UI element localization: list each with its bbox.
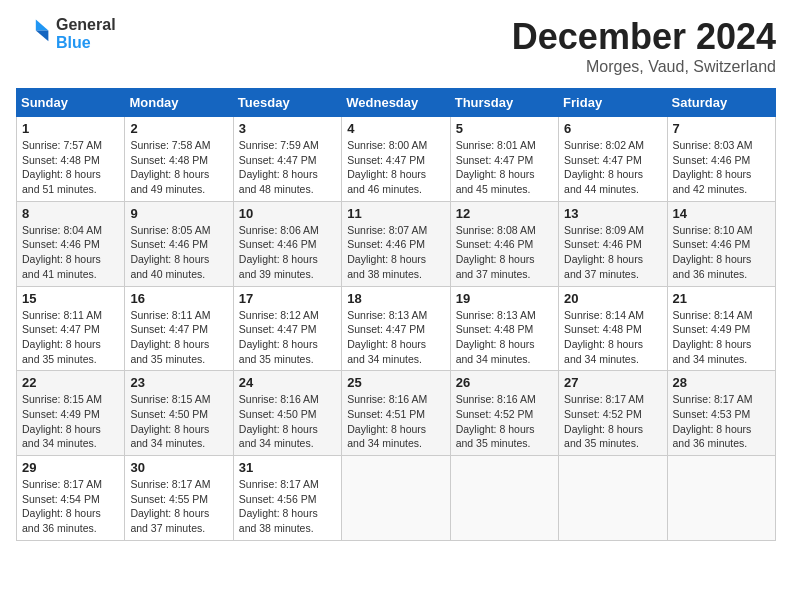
calendar-cell: 7 Sunrise: 8:03 AM Sunset: 4:46 PM Dayli… [667,117,775,202]
calendar-cell: 3 Sunrise: 7:59 AM Sunset: 4:47 PM Dayli… [233,117,341,202]
calendar-cell: 28 Sunrise: 8:17 AM Sunset: 4:53 PM Dayl… [667,371,775,456]
day-number: 30 [130,460,227,475]
day-number: 8 [22,206,119,221]
calendar-cell: 5 Sunrise: 8:01 AM Sunset: 4:47 PM Dayli… [450,117,558,202]
day-number: 9 [130,206,227,221]
day-number: 24 [239,375,336,390]
calendar-cell: 18 Sunrise: 8:13 AM Sunset: 4:47 PM Dayl… [342,286,450,371]
calendar-cell: 17 Sunrise: 8:12 AM Sunset: 4:47 PM Dayl… [233,286,341,371]
day-info: Sunrise: 8:13 AM Sunset: 4:48 PM Dayligh… [456,308,553,367]
calendar-week-2: 8 Sunrise: 8:04 AM Sunset: 4:46 PM Dayli… [17,201,776,286]
day-info: Sunrise: 8:05 AM Sunset: 4:46 PM Dayligh… [130,223,227,282]
calendar-cell: 26 Sunrise: 8:16 AM Sunset: 4:52 PM Dayl… [450,371,558,456]
calendar-cell: 11 Sunrise: 8:07 AM Sunset: 4:46 PM Dayl… [342,201,450,286]
calendar-table: SundayMondayTuesdayWednesdayThursdayFrid… [16,88,776,541]
calendar-cell: 6 Sunrise: 8:02 AM Sunset: 4:47 PM Dayli… [559,117,667,202]
calendar-cell: 20 Sunrise: 8:14 AM Sunset: 4:48 PM Dayl… [559,286,667,371]
day-info: Sunrise: 8:15 AM Sunset: 4:49 PM Dayligh… [22,392,119,451]
calendar-cell: 21 Sunrise: 8:14 AM Sunset: 4:49 PM Dayl… [667,286,775,371]
logo: General Blue [16,16,116,52]
header-day-thursday: Thursday [450,89,558,117]
calendar-cell [667,456,775,541]
day-info: Sunrise: 8:09 AM Sunset: 4:46 PM Dayligh… [564,223,661,282]
calendar-cell: 1 Sunrise: 7:57 AM Sunset: 4:48 PM Dayli… [17,117,125,202]
calendar-week-4: 22 Sunrise: 8:15 AM Sunset: 4:49 PM Dayl… [17,371,776,456]
day-info: Sunrise: 8:01 AM Sunset: 4:47 PM Dayligh… [456,138,553,197]
day-number: 22 [22,375,119,390]
svg-marker-1 [36,30,49,41]
day-info: Sunrise: 8:10 AM Sunset: 4:46 PM Dayligh… [673,223,770,282]
day-info: Sunrise: 8:14 AM Sunset: 4:49 PM Dayligh… [673,308,770,367]
header-day-saturday: Saturday [667,89,775,117]
day-number: 11 [347,206,444,221]
day-number: 3 [239,121,336,136]
header-day-tuesday: Tuesday [233,89,341,117]
day-info: Sunrise: 8:17 AM Sunset: 4:55 PM Dayligh… [130,477,227,536]
logo-icon [16,16,52,52]
day-number: 5 [456,121,553,136]
day-number: 1 [22,121,119,136]
day-info: Sunrise: 8:12 AM Sunset: 4:47 PM Dayligh… [239,308,336,367]
calendar-cell: 19 Sunrise: 8:13 AM Sunset: 4:48 PM Dayl… [450,286,558,371]
day-number: 18 [347,291,444,306]
calendar-cell: 16 Sunrise: 8:11 AM Sunset: 4:47 PM Dayl… [125,286,233,371]
header-day-monday: Monday [125,89,233,117]
day-number: 16 [130,291,227,306]
day-info: Sunrise: 8:02 AM Sunset: 4:47 PM Dayligh… [564,138,661,197]
day-info: Sunrise: 8:08 AM Sunset: 4:46 PM Dayligh… [456,223,553,282]
calendar-cell: 29 Sunrise: 8:17 AM Sunset: 4:54 PM Dayl… [17,456,125,541]
day-info: Sunrise: 8:15 AM Sunset: 4:50 PM Dayligh… [130,392,227,451]
day-number: 15 [22,291,119,306]
calendar-cell: 15 Sunrise: 8:11 AM Sunset: 4:47 PM Dayl… [17,286,125,371]
day-number: 28 [673,375,770,390]
month-title: December 2024 [512,16,776,58]
day-number: 19 [456,291,553,306]
day-info: Sunrise: 7:57 AM Sunset: 4:48 PM Dayligh… [22,138,119,197]
day-number: 4 [347,121,444,136]
day-number: 21 [673,291,770,306]
calendar-cell: 25 Sunrise: 8:16 AM Sunset: 4:51 PM Dayl… [342,371,450,456]
day-info: Sunrise: 8:16 AM Sunset: 4:51 PM Dayligh… [347,392,444,451]
calendar-cell: 23 Sunrise: 8:15 AM Sunset: 4:50 PM Dayl… [125,371,233,456]
calendar-cell: 2 Sunrise: 7:58 AM Sunset: 4:48 PM Dayli… [125,117,233,202]
calendar-cell: 13 Sunrise: 8:09 AM Sunset: 4:46 PM Dayl… [559,201,667,286]
day-info: Sunrise: 8:07 AM Sunset: 4:46 PM Dayligh… [347,223,444,282]
calendar-cell [342,456,450,541]
day-info: Sunrise: 7:58 AM Sunset: 4:48 PM Dayligh… [130,138,227,197]
day-number: 29 [22,460,119,475]
day-number: 6 [564,121,661,136]
header-day-wednesday: Wednesday [342,89,450,117]
day-info: Sunrise: 8:17 AM Sunset: 4:53 PM Dayligh… [673,392,770,451]
calendar-cell [450,456,558,541]
calendar-cell [559,456,667,541]
day-info: Sunrise: 8:06 AM Sunset: 4:46 PM Dayligh… [239,223,336,282]
day-info: Sunrise: 8:16 AM Sunset: 4:50 PM Dayligh… [239,392,336,451]
day-number: 7 [673,121,770,136]
day-info: Sunrise: 8:17 AM Sunset: 4:54 PM Dayligh… [22,477,119,536]
calendar-cell: 8 Sunrise: 8:04 AM Sunset: 4:46 PM Dayli… [17,201,125,286]
header-day-friday: Friday [559,89,667,117]
calendar-cell: 14 Sunrise: 8:10 AM Sunset: 4:46 PM Dayl… [667,201,775,286]
calendar-cell: 10 Sunrise: 8:06 AM Sunset: 4:46 PM Dayl… [233,201,341,286]
title-area: December 2024 Morges, Vaud, Switzerland [512,16,776,76]
svg-marker-0 [36,20,49,31]
calendar-cell: 4 Sunrise: 8:00 AM Sunset: 4:47 PM Dayli… [342,117,450,202]
calendar-cell: 12 Sunrise: 8:08 AM Sunset: 4:46 PM Dayl… [450,201,558,286]
day-info: Sunrise: 8:11 AM Sunset: 4:47 PM Dayligh… [130,308,227,367]
day-info: Sunrise: 8:11 AM Sunset: 4:47 PM Dayligh… [22,308,119,367]
calendar-cell: 9 Sunrise: 8:05 AM Sunset: 4:46 PM Dayli… [125,201,233,286]
day-info: Sunrise: 8:13 AM Sunset: 4:47 PM Dayligh… [347,308,444,367]
day-number: 20 [564,291,661,306]
day-number: 13 [564,206,661,221]
header: General Blue December 2024 Morges, Vaud,… [16,16,776,76]
day-number: 27 [564,375,661,390]
day-number: 17 [239,291,336,306]
calendar-cell: 31 Sunrise: 8:17 AM Sunset: 4:56 PM Dayl… [233,456,341,541]
day-info: Sunrise: 8:04 AM Sunset: 4:46 PM Dayligh… [22,223,119,282]
day-number: 25 [347,375,444,390]
calendar-cell: 22 Sunrise: 8:15 AM Sunset: 4:49 PM Dayl… [17,371,125,456]
location-title: Morges, Vaud, Switzerland [512,58,776,76]
header-day-sunday: Sunday [17,89,125,117]
day-info: Sunrise: 7:59 AM Sunset: 4:47 PM Dayligh… [239,138,336,197]
day-number: 2 [130,121,227,136]
